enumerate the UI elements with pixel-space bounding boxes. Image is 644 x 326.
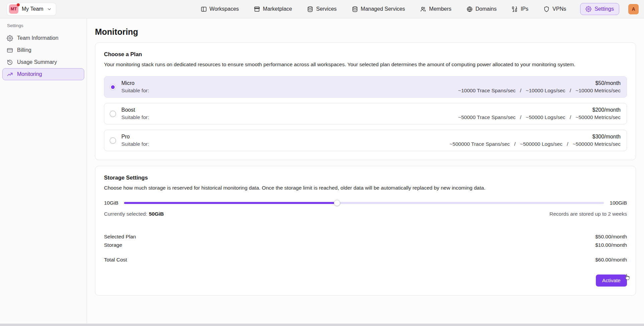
cost-value: $50.00/month — [595, 232, 627, 241]
nav-item-marketplace[interactable]: Marketplace — [254, 6, 292, 12]
storage-slider[interactable] — [124, 202, 604, 204]
spec-item: ~10000 Trace Spans/sec — [458, 88, 516, 93]
user-avatar[interactable]: A — [628, 4, 639, 14]
activate-button[interactable]: Activate — [596, 275, 627, 287]
plan-name: Micro — [121, 80, 134, 86]
nav-item-members[interactable]: Members — [420, 6, 451, 12]
spec-item: ~500000 Logs/sec — [520, 141, 562, 147]
shield-icon — [543, 6, 550, 12]
sidebar-item-monitoring[interactable]: Monitoring — [2, 68, 84, 80]
sidebar-item-team-information[interactable]: Team Information — [2, 32, 84, 44]
currently-selected-label: Currently selected: — [104, 211, 147, 217]
settings-label: Settings — [595, 6, 614, 12]
slider-min-label: 10GiB — [104, 200, 118, 206]
settings-sidebar: Settings Team InformationBillingUsage Su… — [0, 18, 87, 323]
spec-item: ~50000 Metrics/sec — [575, 114, 621, 120]
trending-up-icon — [7, 71, 13, 78]
spec-separator: / — [520, 114, 521, 120]
plan-price: $300/month — [592, 134, 621, 140]
user-avatar-initial: A — [632, 6, 635, 12]
storage-slider-row: 10GiB 100GiB — [104, 200, 627, 206]
topbar: MT My Team WorkspacesMarketplaceServices… — [0, 0, 644, 18]
spec-separator: / — [567, 141, 568, 147]
sidebar-item-label: Monitoring — [17, 71, 42, 77]
spec-separator: / — [520, 88, 521, 94]
storage-card-title: Storage Settings — [104, 175, 627, 181]
database-icon — [307, 6, 313, 12]
history-icon — [7, 59, 13, 66]
cost-value: $10.00/month — [595, 241, 627, 249]
sidebar-item-label: Usage Summary — [17, 59, 57, 65]
storage-card-description: Choose how much storage is reserved for … — [104, 185, 627, 191]
storage-card: Storage Settings Choose how much storage… — [95, 166, 636, 296]
team-switcher-button[interactable]: MT My Team — [7, 3, 56, 16]
plan-suitable-label: Suitable for: — [121, 114, 149, 120]
spec-separator: / — [570, 88, 571, 94]
plan-option-boost[interactable]: Boost $200/month Suitable for: ~50000 Tr… — [104, 103, 627, 124]
plan-radio-boost[interactable] — [110, 111, 116, 117]
users-icon — [420, 6, 426, 12]
total-cost-label: Total Cost — [104, 255, 127, 264]
nav-item-label: Services — [316, 6, 336, 12]
nav-item-label: Workspaces — [210, 6, 239, 12]
mouse-cursor-icon — [623, 274, 631, 281]
plan-specs: ~500000 Trace Spans/sec/~500000 Logs/sec… — [449, 141, 621, 147]
sidebar-section-label: Settings — [7, 23, 84, 28]
gear-icon — [585, 6, 592, 12]
spec-separator: / — [570, 114, 571, 120]
plan-price: $200/month — [592, 107, 621, 113]
top-nav: WorkspacesMarketplaceServicesManaged Ser… — [201, 6, 566, 12]
slider-max-label: 100GiB — [610, 200, 627, 206]
plan-name: Pro — [121, 134, 130, 140]
plan-radio-pro[interactable] — [110, 137, 116, 144]
credit-card-icon — [7, 47, 13, 53]
chevron-down-icon — [47, 7, 52, 12]
cost-row-total: Total Cost $60.00/month — [104, 255, 627, 264]
plan-option-micro[interactable]: Micro $50/month Suitable for: ~10000 Tra… — [104, 76, 627, 98]
plan-card-title: Choose a Plan — [104, 51, 627, 58]
nav-item-ips[interactable]: IPs — [512, 6, 528, 12]
notification-dot — [17, 3, 20, 6]
nav-item-services[interactable]: Services — [307, 6, 336, 12]
database-icon — [352, 6, 358, 12]
binary-icon — [512, 6, 518, 12]
main-content: Monitoring Choose a Plan Your monitoring… — [87, 18, 644, 323]
plan-option-pro[interactable]: Pro $300/month Suitable for: ~500000 Tra… — [104, 130, 627, 151]
cost-row-storage: Storage $10.00/month — [104, 241, 627, 249]
globe-icon — [466, 6, 473, 12]
slider-fill — [124, 202, 337, 204]
cost-summary: Selected Plan $50.00/month Storage $10.0… — [104, 232, 627, 264]
cost-label: Storage — [104, 241, 122, 249]
spec-item: ~500000 Trace Spans/sec — [449, 141, 510, 147]
nav-item-managed-services[interactable]: Managed Services — [352, 6, 405, 12]
spec-item: ~10000 Logs/sec — [526, 88, 565, 93]
nav-item-label: Members — [429, 6, 451, 12]
spec-item: ~50000 Logs/sec — [526, 114, 565, 120]
currently-selected-value: 50GiB — [149, 211, 164, 217]
spec-item: ~50000 Trace Spans/sec — [458, 114, 516, 120]
spec-item: ~500000 Metrics/sec — [573, 141, 621, 147]
plan-suitable-label: Suitable for: — [121, 141, 149, 147]
nav-item-label: IPs — [521, 6, 528, 12]
retention-note: Records are stored up to 2 weeks — [549, 211, 627, 217]
currently-selected: Currently selected:50GiB — [104, 211, 164, 217]
sidebar-item-label: Team Information — [17, 35, 59, 41]
plan-radio-micro[interactable] — [110, 84, 116, 90]
nav-item-vpns[interactable]: VPNs — [543, 6, 566, 12]
nav-item-label: Managed Services — [361, 6, 405, 12]
sidebar-item-billing[interactable]: Billing — [2, 44, 84, 56]
total-cost-value: $60.00/month — [595, 255, 627, 264]
store-icon — [254, 6, 260, 12]
spec-item: ~10000 Metrics/sec — [575, 88, 621, 93]
nav-item-settings[interactable]: Settings — [580, 3, 619, 15]
nav-item-label: VPNs — [552, 6, 566, 12]
sidebar-item-usage-summary[interactable]: Usage Summary — [2, 56, 84, 68]
window-bottom-edge — [0, 324, 644, 326]
plan-specs: ~10000 Trace Spans/sec/~10000 Logs/sec/~… — [458, 88, 621, 94]
plan-suitable-label: Suitable for: — [121, 88, 149, 94]
slider-handle[interactable] — [334, 200, 340, 206]
plan-price: $50/month — [595, 80, 621, 86]
sidebar-item-label: Billing — [17, 47, 31, 53]
nav-item-domains[interactable]: Domains — [466, 6, 497, 12]
nav-item-workspaces[interactable]: Workspaces — [201, 6, 239, 12]
